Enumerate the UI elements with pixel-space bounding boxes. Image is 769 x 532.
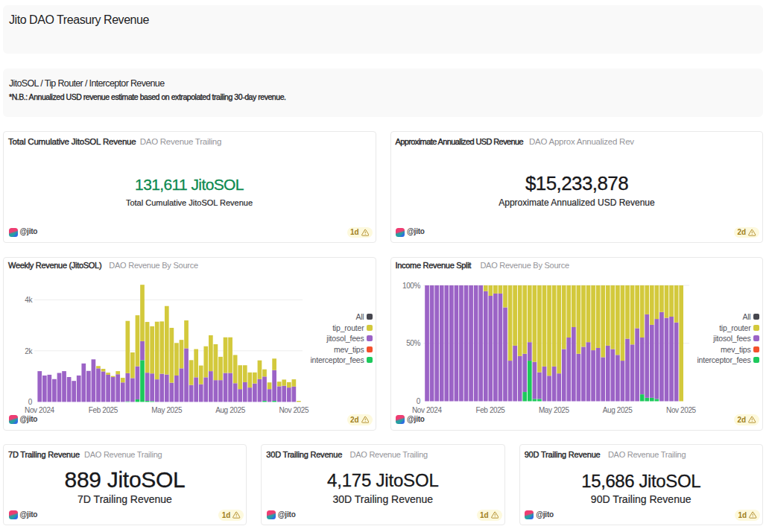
- svg-text:0: 0: [417, 397, 421, 405]
- svg-text:Feb 2025: Feb 2025: [475, 406, 505, 414]
- svg-text:50%: 50%: [406, 339, 420, 347]
- svg-text:May 2025: May 2025: [151, 406, 183, 414]
- svg-text:4k: 4k: [25, 296, 33, 304]
- svg-text:Nov 2024: Nov 2024: [25, 406, 54, 414]
- svg-text:Nov 2025: Nov 2025: [666, 406, 696, 414]
- svg-text:100%: 100%: [402, 282, 420, 290]
- svg-text:Nov 2024: Nov 2024: [412, 406, 442, 414]
- svg-text:Aug 2025: Aug 2025: [603, 406, 633, 414]
- svg-text:May 2025: May 2025: [539, 406, 570, 414]
- svg-text:Nov 2025: Nov 2025: [279, 406, 308, 414]
- svg-text:Aug 2025: Aug 2025: [215, 406, 245, 414]
- svg-text:2k: 2k: [25, 347, 33, 355]
- svg-text:0: 0: [28, 398, 33, 406]
- svg-text:Feb 2025: Feb 2025: [89, 406, 118, 414]
